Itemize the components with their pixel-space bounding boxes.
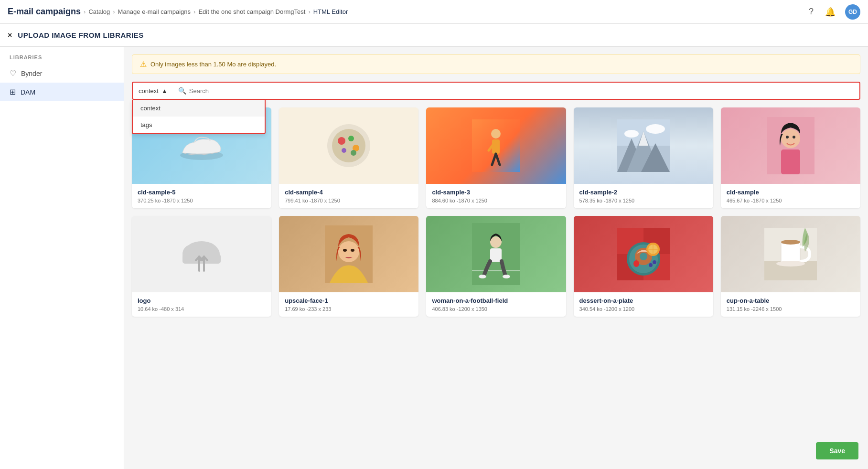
- svg-point-50: [640, 253, 647, 260]
- image-card-upscale-face-1[interactable]: upscale-face-1 17.69 ko -233 x 233: [279, 216, 418, 317]
- image-meta-cld-sample: 465.67 ko -1870 x 1250: [727, 198, 855, 203]
- image-card-woman-football[interactable]: woman-on-a-football-field 406.83 ko -120…: [426, 216, 566, 317]
- search-input[interactable]: [189, 87, 855, 95]
- bell-icon: 🔔: [825, 7, 836, 17]
- svg-point-37: [351, 249, 354, 252]
- libraries-section-title: LIBRARIES: [0, 54, 124, 64]
- image-card-logo[interactable]: logo 10.64 ko -480 x 314: [132, 216, 271, 317]
- svg-point-20: [646, 124, 665, 134]
- svg-rect-24: [781, 149, 800, 174]
- image-name-upscale-face-1: upscale-face-1: [285, 297, 413, 304]
- image-name-woman-football: woman-on-a-football-field: [432, 297, 560, 304]
- image-card-cld-sample[interactable]: cld-sample 465.67 ko -1870 x 1250: [721, 107, 860, 208]
- warning-text: Only images less than 1.50 Mo are displa…: [150, 61, 276, 68]
- image-thumb-cup: [721, 216, 860, 292]
- image-thumb-cld-sample-2: [574, 107, 713, 184]
- search-input-wrap: 🔍: [173, 82, 860, 100]
- avatar[interactable]: GD: [845, 4, 860, 20]
- svg-rect-41: [490, 248, 502, 262]
- nav-left: E-mail campaigns › Catalog › Manage e-ma…: [8, 7, 348, 17]
- image-card-dessert[interactable]: dessert-on-a-plate 340.54 ko -1200 x 120…: [574, 216, 713, 317]
- image-name-cld-sample-2: cld-sample-2: [579, 189, 707, 196]
- breadcrumb-current: HTML Editor: [313, 8, 348, 15]
- app-title: E-mail campaigns: [8, 7, 81, 17]
- image-card-info-dessert: dessert-on-a-plate 340.54 ko -1200 x 120…: [574, 292, 713, 317]
- warning-banner: ⚠ Only images less than 1.50 Mo are disp…: [132, 54, 860, 74]
- notifications-button[interactable]: 🔔: [823, 5, 837, 19]
- image-meta-cld-sample-4: 799.41 ko -1870 x 1250: [285, 198, 413, 203]
- image-name-cup: cup-on-a-table: [727, 297, 855, 304]
- image-thumb-cld-sample-4: [279, 107, 418, 184]
- page-title: UPLOAD IMAGE FROM LIBRARIES: [18, 31, 144, 39]
- svg-point-6: [342, 148, 346, 153]
- svg-point-26: [793, 136, 795, 139]
- svg-point-21: [624, 130, 639, 138]
- dam-icon: ⊞: [10, 87, 16, 96]
- breadcrumb-catalog[interactable]: Catalog: [88, 8, 110, 15]
- image-meta-upscale-face-1: 17.69 ko -233 x 233: [285, 306, 413, 312]
- image-thumb-cld-sample-3: [426, 107, 566, 184]
- svg-point-43: [503, 275, 510, 278]
- image-meta-woman-football: 406.83 ko -1200 x 1350: [432, 306, 560, 312]
- svg-point-36: [343, 249, 347, 252]
- image-meta-cld-sample-3: 884.60 ko -1870 x 1250: [432, 198, 560, 203]
- sidebar: LIBRARIES ♡ Bynder ⊞ DAM: [0, 47, 124, 469]
- main-layout: LIBRARIES ♡ Bynder ⊞ DAM ⚠ Only images l…: [0, 47, 868, 469]
- top-navigation: E-mail campaigns › Catalog › Manage e-ma…: [0, 0, 868, 24]
- image-card-info-cld-sample-2: cld-sample-2 578.35 ko -1870 x 1250: [574, 184, 713, 208]
- image-meta-cld-sample-2: 578.35 ko -1870 x 1250: [579, 198, 707, 203]
- image-meta-logo: 10.64 ko -480 x 314: [138, 306, 266, 312]
- svg-point-53: [653, 260, 656, 264]
- svg-point-4: [348, 136, 354, 141]
- content-area: ⚠ Only images less than 1.50 Mo are disp…: [124, 47, 868, 469]
- save-button[interactable]: Save: [816, 442, 858, 459]
- bynder-icon: ♡: [10, 69, 16, 78]
- filter-label: context: [139, 87, 159, 95]
- breadcrumb-sep-3: ›: [193, 8, 195, 15]
- image-meta-cup: 131.15 ko -2246 x 1500: [727, 306, 855, 312]
- sidebar-item-bynder[interactable]: ♡ Bynder: [0, 64, 124, 83]
- image-grid: cld-sample-5 370.25 ko -1870 x 1250: [132, 107, 860, 317]
- breadcrumb-sep-1: ›: [84, 8, 86, 15]
- image-card-info-cup: cup-on-a-table 131.15 ko -2246 x 1500: [721, 292, 860, 317]
- breadcrumb-manage[interactable]: Manage e-mail campaigns: [118, 8, 191, 15]
- breadcrumb-edit[interactable]: Edit the one shot campaign DormgTest: [198, 8, 305, 15]
- close-button[interactable]: ×: [8, 31, 12, 40]
- nav-right: ? 🔔 GD: [807, 4, 860, 20]
- svg-point-59: [781, 240, 800, 245]
- image-meta-dessert: 340.54 ko -1200 x 1200: [579, 306, 707, 312]
- image-card-info-woman-football: woman-on-a-football-field 406.83 ko -120…: [426, 292, 566, 317]
- image-card-cld-sample-2[interactable]: cld-sample-2 578.35 ko -1870 x 1250: [574, 107, 713, 208]
- svg-point-51: [633, 260, 639, 267]
- sidebar-item-dam[interactable]: ⊞ DAM: [0, 83, 124, 101]
- svg-point-2: [332, 129, 365, 162]
- image-card-info-logo: logo 10.64 ko -480 x 314: [132, 292, 271, 317]
- image-card-info-upscale-face-1: upscale-face-1 17.69 ko -233 x 233: [279, 292, 418, 317]
- image-card-cld-sample-4[interactable]: cld-sample-4 799.41 ko -1870 x 1250: [279, 107, 418, 208]
- image-card-cld-sample-3[interactable]: cld-sample-3 884.60 ko -1870 x 1250: [426, 107, 566, 208]
- image-card-cup[interactable]: cup-on-a-table 131.15 ko -2246 x 1500: [721, 216, 860, 317]
- sidebar-bynder-label: Bynder: [21, 70, 42, 77]
- svg-point-35: [338, 241, 359, 262]
- search-icon: 🔍: [178, 87, 186, 95]
- image-thumb-logo: [132, 216, 271, 292]
- svg-point-3: [338, 137, 345, 145]
- search-filter-dropdown[interactable]: context ▲: [132, 82, 173, 100]
- help-button[interactable]: ?: [807, 5, 815, 19]
- image-name-cld-sample-4: cld-sample-4: [285, 189, 413, 196]
- dropdown-option-tags[interactable]: tags: [133, 117, 265, 133]
- image-card-info-cld-sample-5: cld-sample-5 370.25 ko -1870 x 1250: [132, 184, 271, 208]
- sidebar-dam-label: DAM: [21, 88, 35, 96]
- breadcrumb-sep-2: ›: [113, 8, 115, 15]
- svg-point-9: [491, 129, 501, 139]
- image-name-logo: logo: [138, 297, 266, 304]
- image-name-cld-sample-3: cld-sample-3: [432, 189, 560, 196]
- svg-point-42: [479, 275, 486, 278]
- image-thumb-woman-football: [426, 216, 566, 292]
- filter-arrow-icon: ▲: [161, 87, 168, 95]
- svg-point-7: [351, 150, 356, 156]
- image-thumb-upscale-face-1: [279, 216, 418, 292]
- dropdown-option-context[interactable]: context: [133, 100, 265, 117]
- svg-point-60: [776, 261, 805, 266]
- image-thumb-cld-sample: [721, 107, 860, 184]
